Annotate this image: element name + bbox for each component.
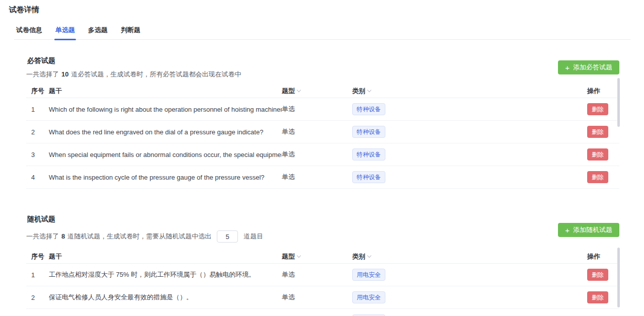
scrollbar-thumb[interactable] <box>617 78 620 127</box>
row-type: 单选 <box>282 173 352 182</box>
row-question: Which of the following is right about th… <box>49 106 282 113</box>
col-question: 题干 <box>49 87 282 96</box>
random-questions-section: 随机试题 一共选择了 8 道随机试题，生成试卷时，需要从随机试题中选出 道题目 … <box>26 215 619 316</box>
row-question: What is the inspection cycle of the pres… <box>49 174 282 181</box>
col-type: 题型 <box>282 87 352 96</box>
desc-prefix: 一共选择了 <box>26 70 59 78</box>
delete-button[interactable]: 删除 <box>587 126 608 138</box>
row-seq: 4 <box>26 174 49 181</box>
plus-icon: + <box>565 64 570 71</box>
row-type: 单选 <box>282 127 352 136</box>
category-tag: 用电安全 <box>352 314 385 316</box>
delete-button[interactable]: 删除 <box>587 269 608 281</box>
desc-suffix: 道题目 <box>244 232 263 241</box>
tab-true-false[interactable]: 判断题 <box>120 26 141 39</box>
add-required-label: 添加必答试题 <box>573 63 612 72</box>
table-row: 1 Which of the following is right about … <box>26 98 619 121</box>
col-category: 类别 <box>352 87 587 96</box>
col-question: 题干 <box>49 252 282 261</box>
desc-prefix: 一共选择了 <box>26 232 59 241</box>
table-row-partial: 用电安全 <box>26 309 619 316</box>
category-tag: 特种设备 <box>352 171 385 183</box>
row-seq: 2 <box>26 128 49 136</box>
category-tag: 特种设备 <box>352 148 385 161</box>
category-tag: 特种设备 <box>352 126 385 138</box>
add-required-question-button[interactable]: + 添加必答试题 <box>558 60 619 74</box>
row-seq: 1 <box>26 106 49 113</box>
delete-button[interactable]: 删除 <box>587 291 608 303</box>
desc-mid: 道随机试题，生成试卷时，需要从随机试题中选出 <box>67 232 211 241</box>
table-row: 4 What is the inspection cycle of the pr… <box>26 166 619 189</box>
col-action: 操作 <box>587 87 619 96</box>
sort-caret-icon[interactable] <box>367 88 371 92</box>
row-type: 单选 <box>282 293 352 302</box>
required-questions-table: 序号 题干 题型 类别 操作 1 Which of the following … <box>26 84 619 189</box>
required-count: 10 <box>61 70 68 78</box>
category-tag: 用电安全 <box>352 269 385 281</box>
table-row: 1 工作地点相对湿度大于 75% 时，则此工作环境属于（）易触电的环境。 单选 … <box>26 264 619 286</box>
col-category: 类别 <box>352 252 587 261</box>
delete-button[interactable]: 删除 <box>587 171 608 183</box>
sort-caret-icon[interactable] <box>297 253 301 257</box>
col-action: 操作 <box>587 252 619 261</box>
delete-button[interactable]: 删除 <box>587 148 608 161</box>
row-type: 单选 <box>282 270 352 279</box>
random-section-description: 一共选择了 8 道随机试题，生成试卷时，需要从随机试题中选出 道题目 <box>26 230 619 243</box>
row-seq: 2 <box>26 294 49 301</box>
row-question: When special equipment fails or abnormal… <box>49 151 282 159</box>
row-type: 单选 <box>282 105 352 114</box>
table-header-row: 序号 题干 题型 类别 操作 <box>26 250 619 264</box>
tab-paper-info[interactable]: 试卷信息 <box>15 26 43 39</box>
tab-multi-choice[interactable]: 多选题 <box>87 26 109 39</box>
add-random-question-button[interactable]: + 添加随机试题 <box>558 223 619 237</box>
category-tag: 特种设备 <box>352 103 385 115</box>
row-type: 单选 <box>282 150 352 159</box>
row-question: 工作地点相对湿度大于 75% 时，则此工作环境属于（）易触电的环境。 <box>49 270 282 279</box>
delete-button[interactable]: 删除 <box>587 103 608 115</box>
page-header: 试卷详情 <box>0 0 644 14</box>
row-seq: 1 <box>26 271 49 279</box>
scrollbar-thumb[interactable] <box>617 248 620 307</box>
col-seq: 序号 <box>26 87 49 96</box>
sort-caret-icon[interactable] <box>297 88 301 92</box>
table-row: 2 What does the red line engraved on the… <box>26 121 619 143</box>
row-seq: 3 <box>26 151 49 159</box>
category-tag: 用电安全 <box>352 291 385 303</box>
random-count: 8 <box>61 232 65 241</box>
col-seq: 序号 <box>26 252 49 261</box>
page-title: 试卷详情 <box>9 5 644 14</box>
required-questions-section: 必答试题 一共选择了 10 道必答试题，生成试卷时，所有必答试题都会出现在试卷中… <box>26 56 619 189</box>
random-section-title: 随机试题 <box>27 215 619 223</box>
required-section-title: 必答试题 <box>27 56 619 64</box>
table-row: 2 保证电气检修人员人身安全最有效的措施是（）。 单选 用电安全 删除 <box>26 286 619 309</box>
pick-count-input[interactable] <box>217 230 238 243</box>
table-row: 3 When special equipment fails or abnorm… <box>26 143 619 166</box>
required-section-description: 一共选择了 10 道必答试题，生成试卷时，所有必答试题都会出现在试卷中 <box>26 70 619 78</box>
random-questions-table: 序号 题干 题型 类别 操作 1 工作地点相对湿度大于 75% 时，则此工作环境… <box>26 250 619 316</box>
desc-suffix: 道必答试题，生成试卷时，所有必答试题都会出现在试卷中 <box>71 70 241 78</box>
tab-bar: 试卷信息 单选题 多选题 判断题 <box>14 26 630 40</box>
table-header-row: 序号 题干 题型 类别 操作 <box>26 84 619 98</box>
add-random-label: 添加随机试题 <box>573 225 612 234</box>
col-type: 题型 <box>282 252 352 261</box>
sort-caret-icon[interactable] <box>367 253 371 257</box>
plus-icon: + <box>565 226 570 234</box>
row-question: What does the red line engraved on the d… <box>49 128 282 136</box>
row-question: 保证电气检修人员人身安全最有效的措施是（）。 <box>49 293 282 302</box>
tab-single-choice[interactable]: 单选题 <box>54 26 76 39</box>
